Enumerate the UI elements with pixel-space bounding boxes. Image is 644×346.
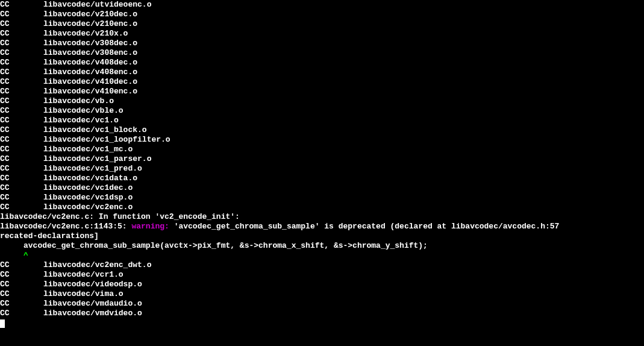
cc-label: CC (0, 289, 43, 299)
cc-file: libavcodec/vc2enc_dwt.o (43, 260, 151, 269)
cc-label: CC (0, 58, 43, 68)
compile-line: CClibavcodec/vc2enc.o (0, 203, 644, 212)
cc-label: CC (0, 39, 43, 48)
cc-label: CC (0, 299, 43, 309)
cc-file: libavcodec/v410dec.o (43, 77, 137, 86)
compiler-code-line: avcodec_get_chroma_sub_sample(avctx->pix… (0, 241, 644, 251)
cc-label: CC (0, 19, 43, 29)
cc-label: CC (0, 87, 43, 96)
cc-label: CC (0, 135, 43, 145)
compiler-warning-line1: libavcodec/vc2enc.c: In function 'vc2_en… (0, 212, 644, 222)
compile-line: CClibavcodec/vc1_block.o (0, 125, 644, 135)
compile-line: CClibavcodec/vcr1.o (0, 270, 644, 280)
cc-file: libavcodec/vc1.o (43, 116, 119, 125)
cc-label: CC (0, 203, 43, 212)
compiler-warning-line2: libavcodec/vc2enc.c:1143:5: warning: 'av… (0, 222, 644, 231)
compile-line: CClibavcodec/videodsp.o (0, 280, 644, 289)
compile-line: CClibavcodec/vima.o (0, 289, 644, 299)
cc-label: CC (0, 0, 43, 10)
compile-line: CClibavcodec/v410dec.o (0, 77, 644, 87)
cc-file: libavcodec/vb.o (43, 96, 114, 105)
compiler-warning-wrap: recated-declarations] (0, 231, 644, 241)
cc-file: libavcodec/vima.o (43, 289, 123, 298)
cc-file: libavcodec/utvideoenc.o (43, 0, 151, 9)
compile-line: CClibavcodec/v210enc.o (0, 19, 644, 29)
compile-line: CClibavcodec/vc1.o (0, 116, 644, 125)
compile-line: CClibavcodec/vc1_loopfilter.o (0, 135, 644, 145)
cc-label: CC (0, 309, 43, 318)
cc-file: libavcodec/v308enc.o (43, 48, 137, 57)
cc-label: CC (0, 280, 43, 289)
cc-file: libavcodec/v210dec.o (43, 10, 137, 19)
cc-file: libavcodec/v308dec.o (43, 39, 137, 48)
cc-file: libavcodec/vc1dsp.o (43, 193, 133, 202)
cursor-line (0, 318, 644, 328)
compile-line: CClibavcodec/vc1_pred.o (0, 164, 644, 174)
cc-file: libavcodec/vc1_pred.o (43, 164, 142, 173)
compile-line: CClibavcodec/v408dec.o (0, 58, 644, 68)
cc-label: CC (0, 270, 43, 280)
cc-file: libavcodec/v408enc.o (43, 68, 137, 77)
cc-label: CC (0, 145, 43, 154)
compile-line: CClibavcodec/v308dec.o (0, 39, 644, 48)
compiler-caret-line: ^ (0, 251, 644, 260)
cc-label: CC (0, 183, 43, 193)
cc-file: libavcodec/v210enc.o (43, 19, 137, 28)
compile-line: CClibavcodec/v210dec.o (0, 10, 644, 19)
cc-label: CC (0, 77, 43, 87)
cc-file: libavcodec/videodsp.o (43, 280, 142, 289)
cc-file: libavcodec/v408dec.o (43, 58, 137, 67)
cc-label: CC (0, 29, 43, 39)
compile-line: CClibavcodec/vc1_mc.o (0, 145, 644, 154)
cc-file: libavcodec/vcr1.o (43, 270, 123, 279)
compile-line: CClibavcodec/v308enc.o (0, 48, 644, 58)
cc-label: CC (0, 164, 43, 174)
terminal-cursor (0, 319, 5, 328)
cc-file: libavcodec/vc2enc.o (43, 203, 133, 212)
cc-label: CC (0, 193, 43, 203)
cc-label: CC (0, 48, 43, 58)
cc-label: CC (0, 106, 43, 116)
compile-line: CClibavcodec/vmdvideo.o (0, 309, 644, 318)
cc-file: libavcodec/v410enc.o (43, 87, 137, 96)
compile-line: CClibavcodec/vc1_parser.o (0, 154, 644, 164)
cc-file: libavcodec/vc1_parser.o (43, 154, 151, 163)
cc-label: CC (0, 174, 43, 183)
compile-line: CClibavcodec/utvideoenc.o (0, 0, 644, 10)
cc-file: libavcodec/vc1_loopfilter.o (43, 135, 170, 144)
cc-label: CC (0, 154, 43, 164)
compile-line: CClibavcodec/vc1dec.o (0, 183, 644, 193)
compile-line: CClibavcodec/vb.o (0, 96, 644, 106)
cc-file: libavcodec/vmdaudio.o (43, 299, 142, 308)
cc-label: CC (0, 68, 43, 77)
cc-label: CC (0, 116, 43, 125)
cc-file: libavcodec/v210x.o (43, 29, 128, 38)
compile-line: CClibavcodec/v210x.o (0, 29, 644, 39)
compile-line: CClibavcodec/v408enc.o (0, 68, 644, 77)
cc-label: CC (0, 96, 43, 106)
cc-label: CC (0, 10, 43, 19)
compile-line: CClibavcodec/v410enc.o (0, 87, 644, 96)
cc-file: libavcodec/vc1_mc.o (43, 145, 133, 154)
compile-line: CClibavcodec/vc1data.o (0, 174, 644, 183)
cc-file: libavcodec/vmdvideo.o (43, 309, 142, 318)
compile-line: CClibavcodec/vble.o (0, 106, 644, 116)
cc-file: libavcodec/vc1_block.o (43, 125, 147, 134)
cc-file: libavcodec/vc1data.o (43, 174, 137, 183)
compile-line: CClibavcodec/vc1dsp.o (0, 193, 644, 203)
terminal-output[interactable]: CClibavcodec/utvideoenc.oCClibavcodec/v2… (0, 0, 644, 328)
compile-line: CClibavcodec/vc2enc_dwt.o (0, 260, 644, 270)
cc-label: CC (0, 260, 43, 270)
cc-file: libavcodec/vc1dec.o (43, 183, 133, 192)
cc-file: libavcodec/vble.o (43, 106, 123, 115)
compile-line: CClibavcodec/vmdaudio.o (0, 299, 644, 309)
cc-label: CC (0, 125, 43, 135)
